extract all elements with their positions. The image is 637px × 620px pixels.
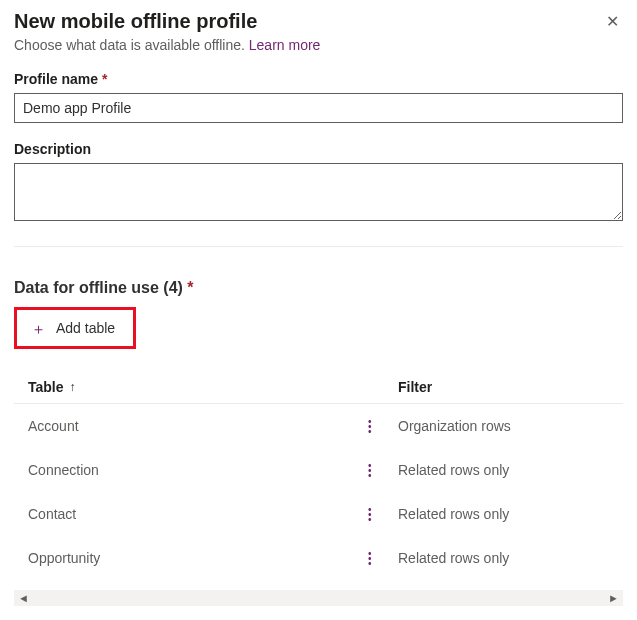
row-menu-icon[interactable]: ••• xyxy=(368,463,398,478)
scroll-right-icon[interactable]: ► xyxy=(608,592,619,604)
row-menu-icon[interactable]: ••• xyxy=(368,419,398,434)
close-icon[interactable]: ✕ xyxy=(602,10,623,33)
table-cell-filter: Related rows only xyxy=(398,506,609,522)
column-header-table[interactable]: Table ↑ xyxy=(28,379,398,395)
table-cell-name: Account xyxy=(28,418,368,434)
row-menu-icon[interactable]: ••• xyxy=(368,507,398,522)
profile-name-input[interactable] xyxy=(14,93,623,123)
plus-icon: ＋ xyxy=(31,321,46,336)
add-table-button[interactable]: ＋ Add table xyxy=(21,314,125,342)
scroll-left-icon[interactable]: ◄ xyxy=(18,592,29,604)
column-header-filter[interactable]: Filter xyxy=(398,379,609,395)
table-cell-filter: Related rows only xyxy=(398,462,609,478)
table-cell-name: Opportunity xyxy=(28,550,368,566)
horizontal-scrollbar[interactable]: ◄ ► xyxy=(14,590,623,606)
description-label: Description xyxy=(14,141,623,157)
add-table-highlight: ＋ Add table xyxy=(14,307,136,349)
section-title: Data for offline use (4) * xyxy=(14,279,623,297)
add-table-label: Add table xyxy=(56,320,115,336)
table-cell-filter: Organization rows xyxy=(398,418,609,434)
table-header-row: Table ↑ Filter xyxy=(14,371,623,404)
divider xyxy=(14,246,623,247)
sort-asc-icon: ↑ xyxy=(70,380,76,394)
required-star-icon: * xyxy=(102,71,107,87)
learn-more-link[interactable]: Learn more xyxy=(249,37,321,53)
table-cell-name: Connection xyxy=(28,462,368,478)
table-row[interactable]: Connection ••• Related rows only xyxy=(14,448,623,492)
row-menu-icon[interactable]: ••• xyxy=(368,551,398,566)
page-subtitle: Choose what data is available offline. L… xyxy=(14,37,623,53)
table-cell-filter: Related rows only xyxy=(398,550,609,566)
required-star-icon: * xyxy=(187,279,193,296)
table-cell-name: Contact xyxy=(28,506,368,522)
table-row[interactable]: Account ••• Organization rows xyxy=(14,404,623,448)
table-row[interactable]: Contact ••• Related rows only xyxy=(14,492,623,536)
profile-name-label: Profile name * xyxy=(14,71,623,87)
description-input[interactable] xyxy=(14,163,623,221)
table-row[interactable]: Opportunity ••• Related rows only xyxy=(14,536,623,580)
subtitle-text: Choose what data is available offline. xyxy=(14,37,245,53)
page-title: New mobile offline profile xyxy=(14,10,257,33)
